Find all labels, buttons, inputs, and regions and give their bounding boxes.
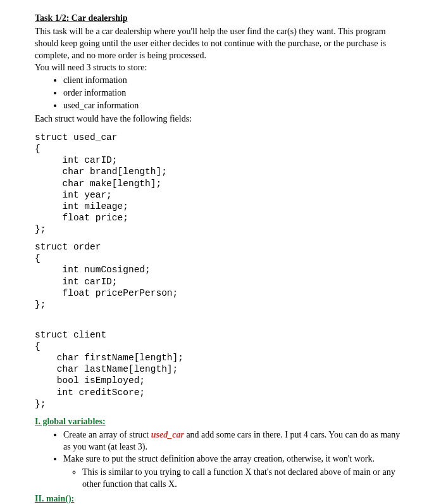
used-car-emphasis: used_car — [151, 430, 184, 439]
list-item: Make sure to put the struct definition a… — [63, 453, 409, 491]
text: Create an array of struct — [63, 430, 151, 439]
list-item: Create an array of struct used_car and a… — [63, 429, 409, 453]
code-block-client: struct client { char firstName[length]; … — [35, 329, 409, 410]
code-block-used-car: struct used_car { int carID; char brand[… — [35, 132, 409, 235]
list-item: used_car information — [63, 100, 409, 112]
section-main: II. main(): — [35, 493, 409, 504]
each-struct-line: Each struct would have the following fie… — [35, 113, 409, 125]
section-global-variables: I. global variables: — [35, 416, 409, 428]
task-title: Task 1/2: Car dealership — [35, 13, 128, 23]
global-vars-list: Create an array of struct used_car and a… — [35, 429, 409, 491]
need-line: You will need 3 structs to store: — [35, 62, 409, 74]
list-item: This is similar to you trying to call a … — [82, 467, 409, 491]
code-block-order: struct order { int numCosigned; int carI… — [35, 241, 409, 310]
list-item: order information — [63, 87, 409, 99]
text: Make sure to put the struct definition a… — [63, 454, 375, 463]
intro-paragraph: This task will be a car dealership where… — [35, 26, 409, 62]
struct-list: client information order information use… — [35, 75, 409, 112]
sub-list: This is similar to you trying to call a … — [63, 467, 409, 491]
list-item: client information — [63, 75, 409, 87]
